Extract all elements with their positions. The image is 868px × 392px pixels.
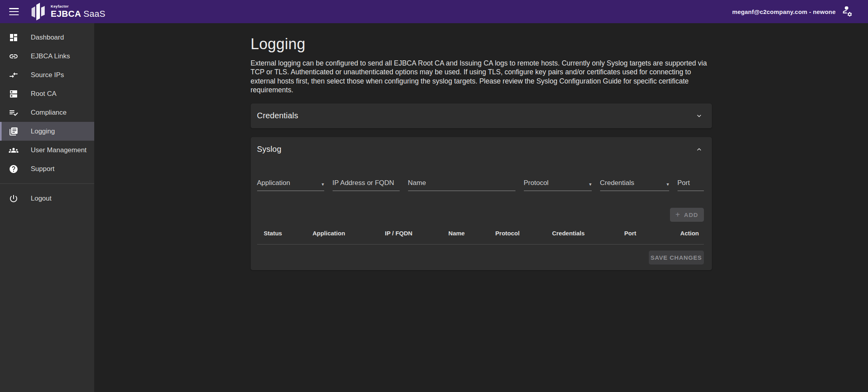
syslog-panel: Syslog Application ▾ Protoco <box>251 137 712 270</box>
protocol-select[interactable]: Protocol ▾ <box>524 178 592 191</box>
column-header-port: Port <box>606 230 654 237</box>
keyfactor-wordmark: Keyfactor <box>51 5 105 8</box>
table-divider <box>257 244 704 245</box>
credentials-select[interactable]: Credentials ▾ <box>600 178 669 191</box>
product-name-suffix: SaaS <box>83 9 105 19</box>
plus-icon: + <box>675 211 680 219</box>
product-name: EJBCASaaS <box>51 10 105 18</box>
menu-icon[interactable] <box>9 8 19 15</box>
sidebar-item-root-ca[interactable]: Root CA <box>0 84 94 103</box>
sidebar-item-label: Compliance <box>31 109 67 117</box>
syslog-panel-title: Syslog <box>257 145 281 154</box>
column-header-protocol: Protocol <box>485 230 531 237</box>
ip-fqdn-input[interactable] <box>333 179 400 187</box>
sidebar-item-user-management[interactable]: User Management <box>0 141 94 159</box>
sidebar-item-logging[interactable]: Logging <box>0 122 94 141</box>
sidebar-item-logout[interactable]: Logout <box>0 189 94 208</box>
dropdown-arrow-icon: ▾ <box>666 181 669 187</box>
top-bar: Keyfactor EJBCASaaS meganf@c2company.com… <box>0 0 868 23</box>
column-header-status: Status <box>257 230 289 237</box>
compare-arrows-icon <box>9 70 18 80</box>
product-name-bold: EJBCA <box>51 9 81 19</box>
application-select-label: Application <box>257 179 290 187</box>
dropdown-arrow-icon: ▾ <box>321 181 324 187</box>
column-header-ip-fqdn: IP / FQDN <box>369 230 429 237</box>
sidebar-item-source-ips[interactable]: Source IPs <box>0 66 94 84</box>
link-icon <box>9 52 18 61</box>
credentials-panel-title: Credentials <box>257 111 298 120</box>
sidebar-item-dashboard[interactable]: Dashboard <box>0 28 94 47</box>
name-input[interactable] <box>408 179 515 187</box>
port-field-wrap <box>678 178 704 191</box>
sidebar-item-label: User Management <box>31 146 87 154</box>
sidebar-item-label: Logging <box>31 127 55 135</box>
add-button-label: ADD <box>684 211 698 218</box>
sidebar-item-label: Logout <box>31 195 52 203</box>
dashboard-icon <box>9 33 18 42</box>
user-account-label: meganf@c2company.com - newone <box>732 8 836 15</box>
sidebar-item-compliance[interactable]: Compliance <box>0 103 94 122</box>
name-field-wrap <box>408 178 515 191</box>
column-header-credentials: Credentials <box>531 230 606 237</box>
logs-icon <box>9 127 18 136</box>
power-icon <box>9 194 18 203</box>
sidebar-divider <box>0 183 94 184</box>
manage-account-icon[interactable] <box>842 6 853 17</box>
server-icon <box>9 89 18 99</box>
main-content: Logging External logging can be configur… <box>94 23 868 392</box>
checklist-icon <box>9 108 18 117</box>
column-header-application: Application <box>289 230 369 237</box>
syslog-panel-header[interactable]: Syslog <box>251 137 712 162</box>
application-select[interactable]: Application ▾ <box>257 178 324 191</box>
column-header-action: Action <box>654 230 704 237</box>
sidebar-item-label: EJBCA Links <box>31 52 70 60</box>
help-icon <box>9 164 18 174</box>
credentials-select-label: Credentials <box>600 179 634 187</box>
credentials-panel: Credentials <box>251 103 712 128</box>
ip-fqdn-field-wrap <box>333 178 400 191</box>
keyfactor-logo-icon <box>32 3 45 20</box>
dropdown-arrow-icon: ▾ <box>589 181 591 187</box>
sidebar-item-label: Source IPs <box>31 71 64 79</box>
syslog-form-row: Application ▾ Protocol ▾ Credentials <box>257 178 704 191</box>
port-input[interactable] <box>678 179 704 187</box>
sidebar-item-label: Root CA <box>31 90 56 98</box>
column-header-name: Name <box>429 230 485 237</box>
add-button[interactable]: + ADD <box>670 208 704 222</box>
credentials-panel-header[interactable]: Credentials <box>251 103 712 128</box>
save-changes-button[interactable]: SAVE CHANGES <box>649 251 704 265</box>
users-group-icon <box>9 145 18 155</box>
chevron-down-icon[interactable] <box>695 112 703 120</box>
sidebar-item-label: Support <box>31 165 55 173</box>
sidebar-item-support[interactable]: Support <box>0 159 94 178</box>
protocol-select-label: Protocol <box>524 179 549 187</box>
chevron-up-icon[interactable] <box>695 145 703 153</box>
syslog-table-header: Status Application IP / FQDN Name Protoc… <box>257 227 704 239</box>
sidebar-item-label: Dashboard <box>31 34 64 42</box>
sidebar-item-ejbca-links[interactable]: EJBCA Links <box>0 47 94 66</box>
page-title: Logging <box>251 36 712 53</box>
sidebar: Dashboard EJBCA Links Source IPs Root CA… <box>0 23 94 392</box>
app-logo: Keyfactor EJBCASaaS <box>32 3 105 20</box>
page-description: External logging can be configured to se… <box>251 59 712 95</box>
